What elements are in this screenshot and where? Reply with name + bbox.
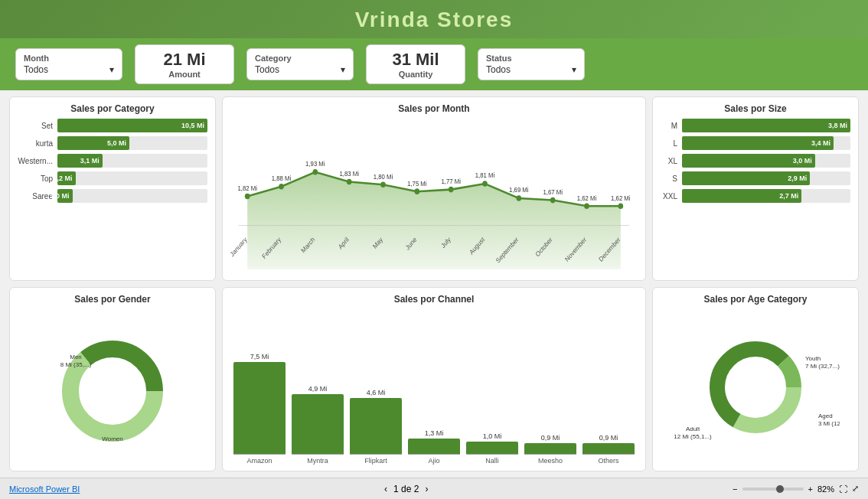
channel-bar-col: 1,0 Mi Nalli [466,432,518,465]
category-bar-track: 1,0 Mi [57,189,207,203]
status-select[interactable]: Todos ▾ [486,64,576,75]
channel-bar-value: 4,6 Mi [367,389,386,396]
amount-metric: 21 Mi Amount [135,44,234,84]
sales-month-card: Sales por Month [222,96,646,281]
category-bar-fill: 1,0 Mi [57,189,73,203]
expand-icon[interactable]: ⤢ [852,484,859,494]
channel-bar-col: 1,3 Mi Ajio [408,429,460,465]
channel-bar-value: 0,9 Mi [599,434,618,442]
svg-text:1,93 Mi: 1,93 Mi [305,160,325,168]
sales-gender-card: Sales por Gender Men 8 Mi (35,...) Women… [9,287,216,471]
category-filter[interactable]: Category Todos ▾ [246,48,354,80]
quantity-label: Quantity [379,70,452,79]
dashboard-header: Vrinda Stores [0,0,868,38]
channel-bar-label: Myntra [307,457,328,465]
channel-bar-value: 1,3 Mi [425,429,444,437]
zoom-percent: 82% [817,484,834,494]
category-bar-value: 5,0 Mi [107,139,126,147]
channel-bar-fill [524,443,576,454]
channel-bar-fill [582,443,635,454]
main-container: Vrinda Stores Month Todos ▾ 21 Mi Amount… [0,0,868,499]
fullscreen-icon[interactable]: ⛶ [839,484,847,494]
svg-text:1,82 Mi: 1,82 Mi [237,184,257,192]
data-point [313,169,318,175]
zoom-in-button[interactable]: + [808,484,813,494]
svg-text:1,67 Mi: 1,67 Mi [543,188,563,196]
svg-text:Adult: Adult [686,426,700,432]
data-point [550,197,556,204]
month-label: Month [24,54,114,63]
powerbi-link[interactable]: Microsoft Power BI [9,484,80,494]
category-label: Category [255,54,345,63]
data-point [245,194,250,200]
svg-text:Men: Men [70,354,82,360]
size-bars: M 3,8 Mi L 3,4 Mi XL 3,0 Mi S [661,119,850,207]
channel-axis [466,454,518,455]
status-filter[interactable]: Status Todos ▾ [478,48,585,80]
channel-bar-label: Nalli [485,457,499,465]
line-chart-svg: 1,82 Mi 1,88 Mi 1,93 Mi 1,83 Mi 1,80 Mi … [230,119,638,274]
channel-axis [582,454,635,455]
chevron-down-icon: ▾ [109,64,114,75]
category-bar-row: Western... 3,1 Mi [18,154,207,168]
size-bar-row: S 2,9 Mi [661,171,850,185]
size-bar-label: M [661,122,682,130]
channel-bar-value: 1,0 Mi [483,432,502,440]
age-donut-container: Youth 7 Mi (32,7...) Adult 12 Mi (55,1..… [661,309,850,465]
category-bar-fill: 3,1 Mi [57,154,103,168]
channel-bar-col: 4,6 Mi Flipkart [350,389,402,465]
size-bar-fill: 2,7 Mi [682,189,801,203]
sales-category-card: Sales por Category Set 10,5 Mi kurta 5,0… [9,96,216,281]
svg-text:8 Mi (35,...): 8 Mi (35,...) [60,361,92,368]
svg-text:1,81 Mi: 1,81 Mi [475,171,495,180]
month-filter[interactable]: Month Todos ▾ [15,48,122,80]
data-point [584,203,589,209]
channel-bar-label: Flipkart [364,457,387,465]
zoom-slider[interactable] [742,488,804,491]
sales-size-card: Sales por Size M 3,8 Mi L 3,4 Mi XL 3,0 … [652,96,859,281]
channel-axis [408,454,460,455]
size-bar-label: XL [661,157,682,165]
svg-text:1,69 Mi: 1,69 Mi [509,186,529,194]
data-point [347,179,352,185]
channel-bar-col: 0,9 Mi Others [582,434,635,465]
category-bar-track: 1,2 Mi [57,171,207,185]
sales-age-card: Sales por Age Category Youth 7 Mi (32,7.… [652,287,859,471]
size-bar-value: 3,0 Mi [793,157,812,165]
gender-donut-container: Men 8 Mi (35,...) Women 14 Mi (64,05%) [18,309,207,465]
dashboard-title: Vrinda Stores [355,8,514,31]
svg-text:3 Mi (12,1...): 3 Mi (12,1...) [818,420,840,427]
size-bar-row: XXL 2,7 Mi [661,189,850,203]
channel-bars-container: 7,5 Mi Amazon 4,9 Mi Myntra 4,6 Mi Flipk… [230,309,638,465]
donut-hole [733,364,778,410]
data-point [517,195,522,201]
quantity-value: 31 Mil [379,50,452,70]
category-bar-row: kurta 5,0 Mi [18,136,207,150]
category-bar-value: 1,0 Mi [51,192,70,200]
svg-text:1,83 Mi: 1,83 Mi [339,169,359,178]
donut-hole [87,366,138,416]
channel-bar-label: Ajio [428,457,439,465]
channel-bar-fill [233,362,286,454]
size-bar-value: 3,8 Mi [828,122,847,129]
category-bar-fill: 10,5 Mi [57,119,207,132]
svg-text:7 Mi (32,7...): 7 Mi (32,7...) [805,363,840,370]
channel-bar-label: Amazon [246,457,272,465]
size-bar-label: S [661,174,682,183]
age-donut-svg: Youth 7 Mi (32,7...) Adult 12 Mi (55,1..… [671,330,840,445]
month-select[interactable]: Todos ▾ [24,64,114,75]
zoom-thumb [776,485,784,493]
line-chart-container: 1,82 Mi 1,88 Mi 1,93 Mi 1,83 Mi 1,80 Mi … [230,119,638,274]
next-page-button[interactable]: › [425,484,428,494]
category-bar-label: kurta [18,139,57,148]
svg-text:1,75 Mi: 1,75 Mi [407,179,427,188]
pagination: ‹ 1 de 2 › [384,484,428,494]
category-bar-track: 5,0 Mi [57,136,207,150]
svg-text:1,62 Mi: 1,62 Mi [611,194,631,202]
zoom-out-button[interactable]: − [733,484,737,494]
sales-size-title: Sales por Size [661,103,850,114]
size-bar-label: XXL [661,192,682,201]
prev-page-button[interactable]: ‹ [384,484,387,494]
size-bar-label: L [661,139,682,148]
category-select[interactable]: Todos ▾ [255,64,345,75]
